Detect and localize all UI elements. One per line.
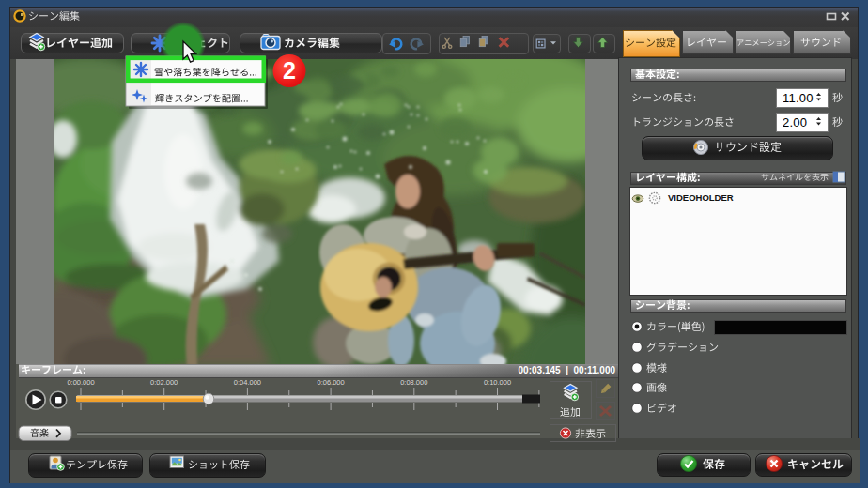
svg-text:0:00.000: 0:00.000 [67,378,94,387]
svg-text:0:04.000: 0:04.000 [234,378,261,387]
svg-text:2: 2 [283,57,296,84]
svg-text:0:08.000: 0:08.000 [400,378,427,387]
svg-text:0:02.000: 0:02.000 [150,378,178,387]
svg-text:00:03.145 | 00:11.000: 00:03.145 | 00:11.000 [519,365,616,375]
svg-text:0:06.000: 0:06.000 [317,378,344,387]
svg-text:0:10.000: 0:10.000 [484,378,511,387]
